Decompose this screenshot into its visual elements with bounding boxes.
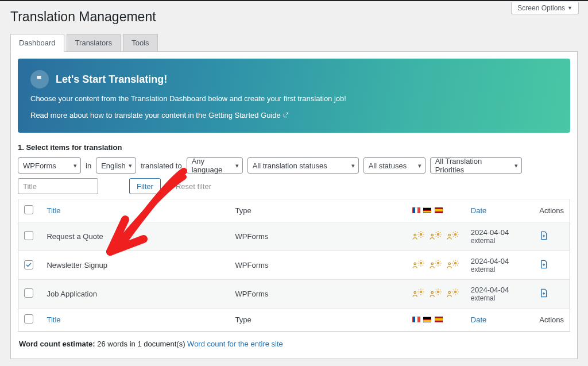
- row-date-sub: external: [471, 237, 528, 245]
- header-actions: Actions: [539, 206, 564, 215]
- priority-select[interactable]: All Translation Priorities▾: [430, 157, 522, 174]
- add-to-basket-icon[interactable]: [539, 260, 548, 270]
- svg-point-8: [431, 263, 434, 265]
- row-checkbox[interactable]: [24, 288, 33, 298]
- svg-point-7: [419, 261, 422, 264]
- row-checkbox[interactable]: [24, 231, 33, 240]
- svg-point-9: [436, 261, 439, 264]
- chevron-down-icon: ▾: [235, 162, 239, 169]
- row-type: WPForms: [235, 261, 269, 269]
- reset-filter-link[interactable]: ✕ Reset filter: [168, 182, 211, 191]
- flag-icon: [30, 70, 49, 88]
- flag-es-icon: [435, 207, 443, 213]
- svg-point-2: [431, 234, 434, 236]
- main-panel: Let's Start Translating! Choose your con…: [10, 51, 578, 359]
- title-filter-input[interactable]: Title: [18, 178, 98, 194]
- table-row: Job Application WPForms 2024-04-04extern…: [18, 280, 570, 309]
- screen-options-label: Screen Options: [517, 4, 565, 12]
- translation-status-select[interactable]: All translation statuses▾: [247, 157, 359, 174]
- flag-es-icon: [435, 317, 443, 322]
- word-count: Word count estimate: 26 words in 1 docum…: [19, 340, 569, 348]
- header-type: Type: [235, 206, 252, 215]
- svg-point-10: [448, 263, 451, 265]
- chevron-down-icon: ▾: [514, 162, 518, 169]
- banner-line2: Read more about how to translate your co…: [30, 111, 558, 120]
- needs-translation-icon[interactable]: [412, 290, 425, 298]
- row-type: WPForms: [235, 232, 269, 241]
- select-all-checkbox-bottom[interactable]: [24, 314, 33, 323]
- translated-to-label: translated to: [141, 161, 182, 170]
- row-date: 2024-04-04: [471, 228, 528, 237]
- filter-row-2: Title Filter ✕ Reset filter: [18, 178, 570, 194]
- external-link-icon: [283, 111, 289, 120]
- svg-point-11: [454, 261, 457, 264]
- row-date-sub: external: [471, 294, 528, 302]
- chevron-down-icon: ▾: [129, 162, 132, 169]
- tab-tools[interactable]: Tools: [123, 34, 157, 52]
- needs-translation-icon[interactable]: [412, 261, 425, 269]
- page-title: Translation Management: [10, 9, 588, 25]
- svg-point-0: [414, 234, 416, 236]
- tab-dashboard[interactable]: Dashboard: [10, 34, 64, 52]
- header-title[interactable]: Title: [47, 206, 60, 215]
- word-count-link[interactable]: Word count for the entire site: [187, 340, 283, 348]
- banner-line1: Choose your content from the Translation…: [30, 94, 558, 103]
- filter-row-1: WPForms▾ in English▾ translated to Any l…: [18, 157, 570, 174]
- flag-fr-icon: [412, 317, 420, 322]
- svg-point-14: [431, 291, 434, 294]
- screen-options-button[interactable]: Screen Options ▼: [511, 2, 579, 14]
- chevron-down-icon: ▼: [567, 5, 572, 11]
- svg-point-13: [419, 290, 422, 293]
- flag-de-icon: [423, 207, 431, 213]
- tab-translators[interactable]: Translators: [67, 34, 121, 52]
- needs-translation-icon[interactable]: [447, 290, 459, 298]
- items-table: Title Type Date Actions Request a Quote …: [18, 199, 570, 332]
- add-to-basket-icon[interactable]: [539, 231, 548, 241]
- section-1-title: 1. Select items for translation: [18, 143, 570, 152]
- in-label: in: [86, 161, 91, 170]
- needs-translation-icon[interactable]: [430, 290, 442, 298]
- add-to-basket-icon[interactable]: [539, 288, 548, 299]
- getting-started-banner: Let's Start Translating! Choose your con…: [18, 59, 570, 133]
- footer-date[interactable]: Date: [471, 315, 486, 324]
- row-type: WPForms: [235, 290, 269, 298]
- flag-de-icon: [423, 317, 431, 322]
- svg-point-1: [419, 233, 422, 236]
- svg-point-12: [414, 291, 416, 294]
- needs-translation-icon[interactable]: [447, 233, 459, 241]
- getting-started-link[interactable]: Getting Started Guide: [208, 111, 281, 120]
- svg-point-5: [454, 233, 457, 236]
- needs-translation-icon[interactable]: [430, 261, 442, 269]
- row-date: 2024-04-04: [471, 286, 528, 294]
- needs-translation-icon[interactable]: [447, 261, 459, 269]
- select-all-checkbox[interactable]: [24, 205, 33, 214]
- footer-title[interactable]: Title: [47, 315, 60, 324]
- row-title: Request a Quote: [47, 232, 103, 241]
- content-type-select[interactable]: WPForms▾: [18, 157, 81, 174]
- table-row: Newsletter Signup WPForms 2024-04-04exte…: [18, 251, 570, 280]
- source-language-select[interactable]: English▾: [96, 157, 136, 174]
- svg-point-4: [448, 234, 451, 236]
- svg-point-15: [436, 290, 439, 293]
- footer-type: Type: [235, 315, 252, 324]
- header-date[interactable]: Date: [471, 206, 486, 215]
- row-checkbox[interactable]: [24, 260, 33, 269]
- target-language-select[interactable]: Any language▾: [187, 157, 243, 174]
- tabs: Dashboard Translators Tools: [10, 34, 588, 52]
- row-title: Newsletter Signup: [47, 261, 107, 269]
- svg-point-6: [414, 263, 416, 265]
- status-select[interactable]: All statuses▾: [363, 157, 425, 174]
- filter-button[interactable]: Filter: [129, 178, 161, 194]
- chevron-down-icon: ▾: [418, 162, 421, 169]
- needs-translation-icon[interactable]: [412, 233, 425, 241]
- svg-point-3: [436, 233, 439, 236]
- table-row: Request a Quote WPForms 2024-04-04extern…: [18, 222, 570, 251]
- svg-point-17: [454, 290, 457, 293]
- row-date: 2024-04-04: [471, 257, 528, 265]
- close-icon: ✕: [168, 182, 173, 190]
- chevron-down-icon: ▾: [351, 162, 355, 169]
- flag-fr-icon: [412, 207, 420, 213]
- footer-actions: Actions: [539, 315, 564, 324]
- row-date-sub: external: [471, 265, 528, 273]
- needs-translation-icon[interactable]: [430, 233, 442, 241]
